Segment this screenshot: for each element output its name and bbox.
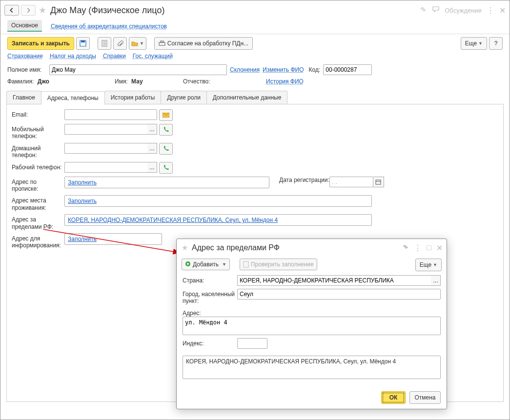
city-label: Город, населенный пункт: bbox=[183, 289, 237, 305]
dialog-more-button[interactable]: Еще ▼ bbox=[415, 259, 442, 271]
address-summary[interactable]: КОРЕЯ, НАРОДНО-ДЕМОКРАТИЧЕСКАЯ РЕСПУБЛИК… bbox=[183, 356, 441, 379]
name-value: Мау bbox=[131, 78, 143, 85]
tab-extra-data[interactable]: Дополнительные данные bbox=[206, 91, 288, 104]
dialog-close-icon[interactable]: ✕ bbox=[436, 243, 443, 253]
foreign-addr-value-link[interactable]: КОРЕЯ, НАРОДНО-ДЕМОКРАТИЧЕСКАЯ РЕСПУБЛИК… bbox=[68, 217, 278, 223]
mobile-label: Мобильный телефон: bbox=[12, 124, 64, 140]
nav-forward-button[interactable] bbox=[21, 5, 36, 16]
reg-date-label: Дата регистрации: bbox=[279, 177, 329, 183]
mobile-call-button[interactable] bbox=[159, 124, 173, 136]
foreign-addr-input[interactable]: КОРЕЯ, НАРОДНО-ДЕМОКРАТИЧЕСКАЯ РЕСПУБЛИК… bbox=[64, 214, 372, 226]
home-phone-label: Домашний телефон: bbox=[12, 143, 64, 159]
live-addr-fill-link[interactable]: Заполнить bbox=[68, 198, 97, 204]
svg-rect-9 bbox=[376, 180, 381, 184]
reg-addr-fill-link[interactable]: Заполнить bbox=[68, 179, 97, 186]
link-insurance[interactable]: Страхование bbox=[7, 53, 43, 60]
home-phone-input[interactable] bbox=[64, 143, 147, 154]
chevron-down-icon: ▼ bbox=[433, 262, 437, 267]
svg-rect-7 bbox=[161, 41, 163, 42]
consent-button[interactable]: Согласие на обработку ПДн... bbox=[154, 37, 253, 50]
country-lookup-button[interactable]: ... bbox=[431, 275, 441, 286]
live-addr-input[interactable]: Заполнить bbox=[64, 195, 372, 207]
work-phone-lookup-button[interactable]: ... bbox=[147, 162, 157, 173]
addr-label: Адрес: bbox=[183, 308, 441, 317]
dialog-more-label: Еще bbox=[420, 261, 431, 268]
more-button[interactable]: Еще ▼ bbox=[461, 37, 487, 50]
tab-main[interactable]: Главное bbox=[6, 91, 41, 104]
reg-addr-label: Адрес по прописке: bbox=[12, 177, 64, 193]
link-fio-history[interactable]: История ФИО bbox=[266, 78, 304, 85]
attach-button[interactable] bbox=[113, 37, 127, 50]
dialog-kebab-icon[interactable]: ⋮ bbox=[414, 243, 422, 253]
calendar-button[interactable] bbox=[373, 177, 384, 187]
home-phone-lookup-button[interactable]: ... bbox=[147, 143, 157, 154]
document-button[interactable] bbox=[98, 37, 111, 50]
nav-tab-main[interactable]: Основное bbox=[7, 20, 42, 32]
save-close-button[interactable]: Записать и закрыть bbox=[7, 37, 74, 50]
work-phone-input[interactable] bbox=[64, 162, 147, 173]
email-input[interactable] bbox=[64, 109, 157, 120]
link-tax[interactable]: Налог на доходы bbox=[50, 53, 96, 60]
patronymic-label: Отчество: bbox=[183, 78, 210, 85]
discuss-label[interactable]: Обсуждение bbox=[445, 7, 482, 14]
info-addr-fill-link[interactable]: Заполнить bbox=[68, 236, 97, 242]
city-input[interactable] bbox=[237, 289, 441, 300]
index-label: Индекс: bbox=[183, 338, 237, 347]
addr-textarea[interactable] bbox=[183, 317, 441, 335]
page-title: Джо Мау (Физическое лицо) bbox=[50, 5, 164, 16]
link-icon[interactable] bbox=[419, 5, 427, 15]
link-refs[interactable]: Справки bbox=[103, 53, 126, 60]
link-gov[interactable]: Гос. служащий bbox=[133, 53, 173, 60]
dialog-add-label: Добавить bbox=[193, 261, 219, 268]
mobile-lookup-button[interactable]: ... bbox=[147, 124, 157, 135]
fullname-input[interactable] bbox=[49, 64, 227, 75]
dialog-link-icon[interactable] bbox=[402, 243, 409, 252]
foreign-address-dialog: ★ Адрес за пределами РФ ⋮ □ ✕ Добавить ▼… bbox=[176, 239, 447, 409]
foreign-addr-label: Адрес за пределами РФ: bbox=[12, 214, 64, 230]
favorite-star-icon[interactable]: ★ bbox=[39, 5, 46, 16]
tab-work-history[interactable]: История работы bbox=[104, 91, 162, 104]
nav-back-button[interactable] bbox=[4, 5, 19, 16]
code-label: Код: bbox=[309, 66, 321, 73]
link-declensions[interactable]: Склонения bbox=[230, 66, 260, 73]
close-icon[interactable]: ✕ bbox=[499, 6, 506, 15]
index-input[interactable] bbox=[237, 338, 267, 349]
name-label: Имя: bbox=[115, 78, 128, 85]
svg-rect-15 bbox=[244, 261, 248, 267]
dialog-maximize-icon[interactable]: □ bbox=[427, 243, 431, 252]
dialog-title: Адрес за пределами РФ bbox=[192, 243, 280, 252]
surname-value: Джо bbox=[38, 78, 49, 85]
code-input[interactable] bbox=[323, 64, 372, 75]
kebab-icon[interactable]: ⋮ bbox=[487, 6, 494, 15]
ok-button[interactable]: ОК bbox=[381, 391, 406, 404]
tab-addresses[interactable]: Адреса, телефоны bbox=[41, 91, 105, 104]
help-button[interactable]: ? bbox=[489, 37, 503, 50]
work-phone-label: Рабочий телефон: bbox=[12, 162, 64, 171]
folder-dropdown-button[interactable]: ▼ bbox=[129, 37, 146, 50]
info-addr-input[interactable]: Заполнить bbox=[64, 233, 162, 245]
dialog-add-button[interactable]: Добавить ▼ bbox=[182, 259, 230, 270]
info-addr-label: Адрес для информирования: bbox=[12, 233, 64, 249]
send-email-button[interactable] bbox=[159, 109, 173, 121]
save-button[interactable] bbox=[76, 37, 90, 50]
link-change-fio[interactable]: Изменить ФИО bbox=[263, 66, 304, 73]
chevron-down-icon: ▼ bbox=[140, 41, 144, 46]
reg-date-input[interactable] bbox=[329, 177, 373, 187]
discuss-icon[interactable] bbox=[432, 5, 440, 15]
nav-tab-accreditation[interactable]: Сведения об аккредитациях специалистов bbox=[51, 21, 167, 32]
country-input[interactable] bbox=[237, 275, 431, 286]
dialog-check-button[interactable]: Проверить заполнение bbox=[240, 259, 317, 270]
country-label: Страна: bbox=[183, 275, 237, 284]
consent-label: Согласие на обработку ПДн... bbox=[167, 40, 248, 47]
dialog-star-icon[interactable]: ★ bbox=[182, 243, 188, 252]
chevron-down-icon: ▼ bbox=[478, 41, 483, 46]
email-label: Email: bbox=[12, 109, 64, 118]
chevron-down-icon: ▼ bbox=[222, 262, 226, 267]
work-call-button[interactable] bbox=[159, 162, 173, 174]
tab-other-roles[interactable]: Другие роли bbox=[161, 91, 207, 104]
reg-addr-input[interactable]: Заполнить bbox=[64, 177, 269, 188]
cancel-button[interactable]: Отмена bbox=[409, 391, 441, 404]
dialog-check-label: Проверить заполнение bbox=[251, 261, 314, 268]
mobile-input[interactable] bbox=[64, 124, 147, 135]
home-call-button[interactable] bbox=[159, 143, 173, 155]
